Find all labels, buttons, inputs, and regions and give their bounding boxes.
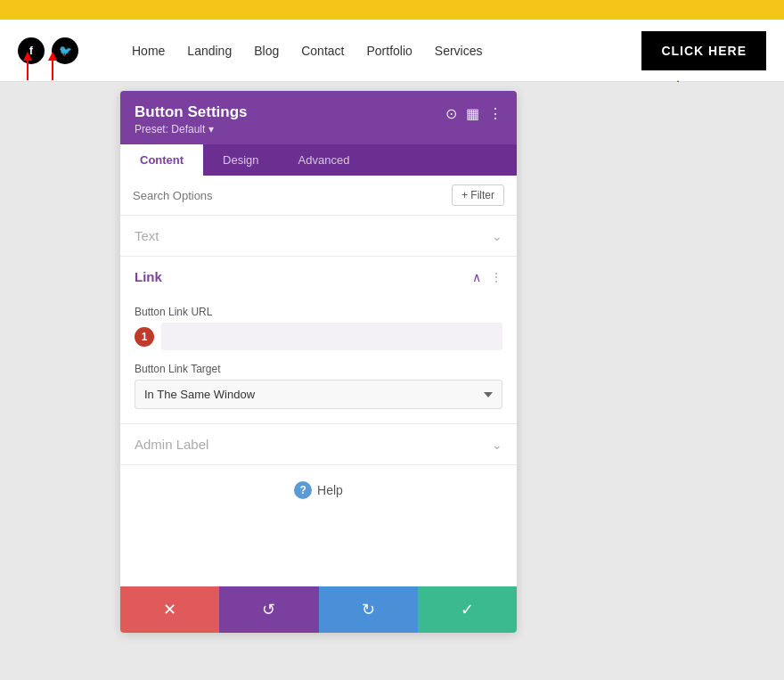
link-label: Link — [135, 269, 162, 284]
save-icon: ✓ — [461, 600, 474, 619]
link-accordion-actions: ∧ ⋮ — [472, 270, 502, 284]
link-accordion-header[interactable]: Link ∧ ⋮ — [120, 257, 517, 297]
search-bar: + Filter — [120, 176, 517, 216]
target-field-label: Button Link Target — [135, 363, 502, 375]
panel-focus-icon[interactable]: ⊙ — [445, 105, 457, 122]
action-bar: ✕ ↺ ↻ ✓ — [120, 586, 517, 633]
url-field-label: Button Link URL — [135, 306, 502, 318]
link-content: Button Link URL 1 Button Link Target In … — [120, 297, 517, 423]
admin-label-accordion-header[interactable]: Admin Label ⌄ — [120, 424, 517, 464]
url-input[interactable] — [161, 323, 502, 350]
help-label: Help — [317, 483, 343, 497]
click-here-button[interactable]: CLICK HERE — [641, 31, 766, 70]
reset-icon: ↺ — [262, 600, 275, 619]
main-content: Button Settings Preset: Default ▾ ⊙ ▦ ⋮ … — [0, 82, 784, 680]
text-chevron-icon: ⌄ — [492, 229, 502, 243]
admin-label-section: Admin Label ⌄ — [120, 424, 517, 465]
admin-label: Admin Label — [135, 437, 208, 452]
tab-design[interactable]: Design — [203, 144, 278, 176]
save-button[interactable]: ✓ — [418, 586, 517, 633]
panel-title: Button Settings — [135, 103, 248, 121]
text-label: Text — [135, 228, 159, 243]
cancel-button[interactable]: ✕ — [120, 586, 219, 633]
search-input[interactable] — [133, 189, 452, 202]
text-section: Text ⌄ — [120, 216, 517, 257]
spacer — [120, 515, 517, 586]
nav-landing[interactable]: Landing — [187, 44, 232, 58]
link-section: Link ∧ ⋮ Button Link URL 1 Button Link T… — [120, 257, 517, 424]
top-bar — [0, 0, 784, 20]
number-badge: 1 — [135, 327, 154, 347]
arrow-left-2-icon — [48, 52, 57, 80]
filter-button[interactable]: + Filter — [452, 184, 504, 206]
help-row: ? Help — [120, 465, 517, 515]
panel-header-icons: ⊙ ▦ ⋮ — [445, 105, 502, 122]
nav-contact[interactable]: Contact — [301, 44, 344, 58]
link-more-icon[interactable]: ⋮ — [490, 270, 502, 284]
admin-label-chevron-icon: ⌄ — [492, 438, 502, 452]
button-settings-panel: Button Settings Preset: Default ▾ ⊙ ▦ ⋮ … — [120, 91, 517, 633]
arrow-left-1-icon — [23, 52, 32, 80]
tab-advanced[interactable]: Advanced — [279, 144, 370, 176]
reset-button[interactable]: ↺ — [219, 586, 318, 633]
header: f 🐦 Home Landing Blog Contact Portfolio … — [0, 20, 784, 82]
panel-more-icon[interactable]: ⋮ — [488, 105, 502, 122]
cancel-icon: ✕ — [163, 600, 176, 619]
help-icon[interactable]: ? — [294, 481, 312, 499]
text-accordion-header[interactable]: Text ⌄ — [120, 216, 517, 256]
redo-button[interactable]: ↻ — [319, 586, 418, 633]
panel-title-area: Button Settings Preset: Default ▾ — [135, 103, 248, 135]
panel-preset[interactable]: Preset: Default ▾ — [135, 123, 248, 135]
url-input-row: 1 — [135, 323, 502, 350]
link-chevron-icon: ∧ — [472, 270, 481, 284]
nav-blog[interactable]: Blog — [254, 44, 279, 58]
nav-portfolio[interactable]: Portfolio — [366, 44, 412, 58]
nav-services[interactable]: Services — [435, 44, 483, 58]
tab-content[interactable]: Content — [120, 144, 203, 176]
target-select[interactable]: In The Same Window In A New Tab In A Lig… — [135, 380, 502, 409]
redo-icon: ↻ — [362, 600, 375, 619]
panel-header: Button Settings Preset: Default ▾ ⊙ ▦ ⋮ — [120, 91, 517, 144]
nav-home[interactable]: Home — [132, 44, 165, 58]
panel-grid-icon[interactable]: ▦ — [466, 105, 479, 122]
panel-tabs: Content Design Advanced — [120, 144, 517, 176]
